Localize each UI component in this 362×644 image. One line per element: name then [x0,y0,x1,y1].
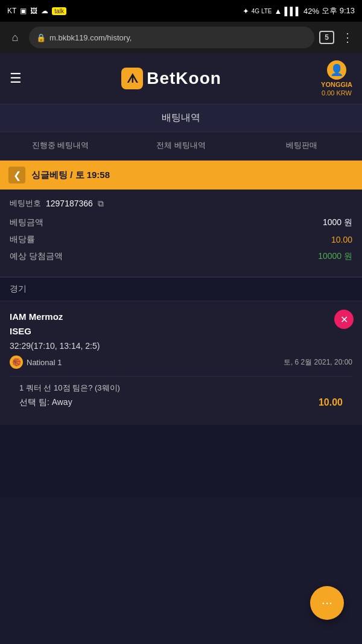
bet-amount-value: 1000 원 [323,217,352,228]
match-score: 32:29(17:10, 13:14, 2:5) [10,341,352,351]
bet-question-text: 1 쿼터 선 10점 팀은? (3웨이) [19,383,343,394]
tabs-bar: 진행중 베팅내역 전체 베팅내역 베팅판매 [0,132,362,161]
browser-home-button[interactable]: ⌂ [6,28,24,46]
bet-amount-label: 베팅금액 [10,217,43,228]
bet-odds-row: 배당률 10.00 [10,234,352,245]
bet-odds-label: 배당률 [10,234,35,245]
network-label: 4G LTE [252,8,272,14]
hamburger-menu-button[interactable]: ☰ [10,71,22,86]
match-league-left: 🏀 National 1 [10,355,62,369]
carrier-label: KT [7,7,16,15]
bet-question-odds: 10.00 [319,397,343,408]
status-left: KT ▣ 🖼 ☁ talk [7,7,66,15]
status-bar: KT ▣ 🖼 ☁ talk ✦ 4G LTE ▲ ▌▌▌ 42% 오후 9:13 [0,0,362,22]
copy-icon[interactable]: ⧉ [98,199,104,209]
user-avatar-icon: 👤 [327,60,346,80]
basketball-icon: 🏀 [10,355,23,369]
gallery-icon: 🖼 [30,7,37,15]
wifi-icon: ▲ [275,7,282,16]
logo-icon: ᗑ [121,68,143,89]
match-teams: IAM Mermoz ISEG [10,310,352,339]
bet-expected-label: 예상 당첨금액 [10,251,63,262]
tab-bet-sales[interactable]: 베팅판매 [241,132,362,160]
tab-all-bets[interactable]: 전체 베팅내역 [121,132,241,160]
match-date-label: 토, 6 2월 2021, 20:00 [284,357,352,368]
match-card: ✕ IAM Mermoz ISEG 32:29(17:10, 13:14, 2:… [0,301,362,425]
page-title: 배팅내역 [0,104,362,132]
url-bar[interactable]: 🔒 m.bkbk119.com/history, [29,27,314,48]
bet-header-row: ❮ 싱글베팅 / 토 19:58 [0,161,362,190]
user-balance-label: 0.00 KRW [322,89,352,97]
bet-selection-row: 선택 팀: Away 10.00 [19,397,343,408]
logo-area: ᗑ BetKoon [29,68,314,89]
browser-menu-button[interactable]: ⋮ [339,30,356,45]
team-away-label: ISEG [10,326,31,336]
bet-number-label: 베팅번호 [10,198,41,209]
app-header: ☰ ᗑ BetKoon 👤 YONGGIA 0.00 KRW [0,53,362,104]
user-name-label: YONGGIA [321,81,352,88]
signal-bars-icon: ▌▌▌ [284,7,301,16]
sim-icon: ▣ [20,7,27,15]
bet-expected-row: 예상 당첨금액 10000 원 [10,251,352,262]
chat-float-button[interactable]: ··· [310,586,344,620]
team-home-label: IAM Mermoz [10,311,63,322]
bet-header-label: 싱글베팅 / 토 19:58 [31,170,110,181]
bet-number-value: 1297187366 [46,199,93,208]
browser-bar: ⌂ 🔒 m.bkbk119.com/history, 5 ⋮ [0,22,362,53]
cloud-icon: ☁ [41,7,48,15]
bet-number-row: 베팅번호 1297187366 ⧉ [10,198,352,209]
bet-selection-label: 선택 팀: Away [19,397,72,408]
bet-info-section: 베팅번호 1297187366 ⧉ 베팅금액 1000 원 배당률 10.00 … [0,190,362,277]
footer-area [0,425,362,497]
bet-odds-value: 10.00 [331,235,352,244]
logo-text: BetKoon [147,69,221,88]
bet-amount-row: 베팅금액 1000 원 [10,217,352,228]
match-section-header: 경기 [0,277,362,301]
url-text: m.bkbk119.com/history, [49,33,132,42]
chat-icon: ··· [322,595,332,611]
league-name-label: National 1 [27,358,62,367]
lock-icon: 🔒 [36,33,46,42]
battery-label: 42% [303,7,319,16]
user-area[interactable]: 👤 YONGGIA 0.00 KRW [321,60,352,97]
bluetooth-icon: ✦ [243,7,249,16]
back-button[interactable]: ❮ [8,167,25,183]
tab-active-bets[interactable]: 진행중 베팅내역 [0,132,121,160]
time-label: 오후 9:13 [322,5,355,16]
tab-count-badge[interactable]: 5 [319,31,334,44]
status-right: ✦ 4G LTE ▲ ▌▌▌ 42% 오후 9:13 [243,5,355,16]
bet-expected-value: 10000 원 [318,251,352,262]
talk-icon: talk [52,7,66,15]
match-league-row: 🏀 National 1 토, 6 2월 2021, 20:00 [10,355,352,369]
bet-question-section: 1 쿼터 선 10점 팀은? (3웨이) 선택 팀: Away 10.00 [10,376,352,416]
close-match-button[interactable]: ✕ [334,310,354,329]
